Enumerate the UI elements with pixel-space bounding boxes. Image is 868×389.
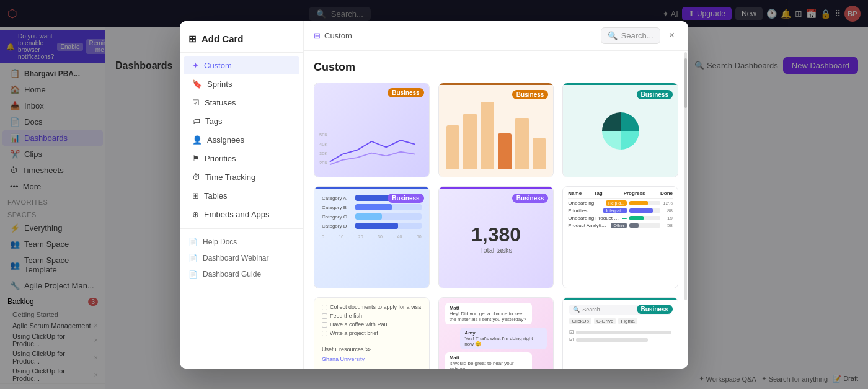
nav-custom[interactable]: ✦ Custom [184, 56, 299, 74]
custom-label: Custom [204, 61, 232, 70]
svg-text:40K: 40K [319, 142, 327, 148]
text-line-3: Have a coffee with Paul [330, 321, 388, 328]
battery-row-4: Category D [322, 223, 422, 229]
calc-label: Total tasks [480, 246, 512, 254]
discussion-card[interactable]: Matt Hey! Did you get a chance to see th… [438, 297, 554, 368]
custom-icon: ✦ [192, 61, 199, 70]
app-background: ⬡ 🔍 Search... ✦ AI ⬆ Upgrade New 🕐 🔔 ⊞ 📅… [0, 0, 868, 389]
portfolio-info: Portfolio Categorize and track progress … [563, 288, 678, 288]
bar-chart-preview: Business [439, 83, 554, 177]
nav-sprints[interactable]: 🔖 Sprints [184, 75, 299, 93]
nav-guide[interactable]: 📄 Dashboard Guide [180, 266, 303, 282]
assignees-label: Assignees [207, 135, 244, 145]
chat-msg-3: It would be great to hear your opinion [450, 360, 528, 368]
bar-2 [463, 114, 477, 169]
modal-overlay[interactable]: ⊞ Add Card ✦ Custom 🔖 Sprints ☑ Statuses… [0, 0, 868, 389]
nav-webinar[interactable]: 📄 Dashboard Webinar [180, 250, 303, 266]
useful-resources: Useful resources ≫ [322, 342, 422, 354]
search-card[interactable]: 🔍 Search ClickUp G-Drive Figma [562, 297, 678, 368]
modal-close-button[interactable]: × [665, 29, 678, 42]
modal-search-placeholder: Search... [621, 31, 653, 40]
bar-4 [498, 133, 512, 169]
portfolio-tag-1: Help d... [606, 200, 627, 206]
result-check-1: ☑ [569, 329, 574, 335]
assignees-icon: 👤 [192, 135, 202, 145]
calculation-info: Calculation Calculate sums, averages, an… [439, 288, 554, 288]
battery-axis: 0 10 20 30 40 50 [322, 235, 422, 239]
modal-scrollbar[interactable] [684, 52, 687, 300]
time-tracking-label: Time Tracking [205, 172, 255, 182]
bar-5 [515, 118, 529, 170]
nav-help-docs[interactable]: 📄 Help Docs [180, 234, 303, 250]
result-bar-1 [576, 331, 671, 334]
text-block-preview: Collect documents to apply for a visa Fe… [314, 298, 429, 368]
battery-row-3: Category C [322, 213, 422, 220]
help-docs-icon: 📄 [188, 238, 198, 246]
bar-chart-card[interactable]: Business Bar Chart Custom bar chart with… [438, 83, 554, 178]
modal-search-bar[interactable]: 🔍 Search... [601, 27, 660, 44]
portfolio-tag-2: Integrat... [603, 208, 627, 213]
calculation-badge: Business [512, 194, 548, 203]
chat-msg-1: Hey! Did you get a chance to see the mat… [450, 311, 528, 322]
breadcrumb-icon: ⊞ [314, 31, 321, 40]
nav-statuses[interactable]: ☑ Statuses [184, 94, 299, 112]
pie-chart-info: Pie Chart Custom pie or donut chart with… [563, 177, 678, 177]
search-preview-icon: 🔍 [573, 306, 580, 313]
portfolio-num-2: 88 [663, 208, 673, 213]
checkbox-4 [322, 331, 327, 336]
time-tracking-icon: ⏱ [192, 172, 200, 182]
portfolio-row-3: Onboarding Product Fe... 19 [568, 215, 673, 221]
portfolio-row-4: Product Analytics Reas... Other 58 [568, 223, 673, 228]
nav-priorities[interactable]: ⚑ Priorities [184, 150, 299, 168]
bar-chart-info: Bar Chart Custom bar chart with any data [439, 177, 554, 177]
chat-name-1: Matt [450, 305, 528, 311]
result-bar-2 [576, 338, 647, 342]
modal-header: ⊞ Custom 🔍 Search... × [304, 21, 688, 51]
source-clickup: ClickUp [569, 318, 591, 324]
search-badge: Business [637, 305, 673, 314]
portfolio-tag-4: Other [611, 223, 627, 228]
calculation-preview: 1,380 Total tasks Business [439, 187, 554, 288]
chat-name-2: Amy [464, 330, 542, 336]
bar-3 [480, 102, 494, 169]
nav-tags[interactable]: 🏷 Tags [184, 112, 299, 130]
calculation-card[interactable]: 1,380 Total tasks Business Calculation C… [438, 186, 554, 288]
cards-grid: 50K 40K 30K 20K Business Line [314, 83, 678, 369]
bar-6 [533, 138, 546, 170]
portfolio-card[interactable]: Name Tag Progress Done Onboarding Help d… [562, 186, 678, 288]
guide-label: Dashboard Guide [203, 270, 261, 279]
pie-chart-svg [593, 106, 649, 156]
portfolio-header: Name Tag Progress Done [568, 190, 673, 199]
nav-tables[interactable]: ⊞ Tables [184, 187, 299, 205]
portfolio-row-1: Onboarding Help d... 12% [568, 200, 673, 206]
calc-number: 1,380 [471, 223, 521, 246]
modal-content: Custom 50K 40K 30K 20K [304, 51, 688, 369]
modal-section-title: Custom [314, 61, 678, 74]
col-done: Done [660, 190, 673, 196]
add-card-modal: ⊞ Add Card ✦ Custom 🔖 Sprints ☑ Statuses… [180, 21, 688, 369]
portfolio-row-3-label: Onboarding Product Fe... [568, 215, 619, 221]
nav-assignees[interactable]: 👤 Assignees [184, 131, 299, 149]
text-link[interactable]: Ghana University [322, 356, 422, 362]
useful-resources-label: Useful resources ≫ [322, 346, 371, 352]
nav-embeds[interactable]: ⊕ Embeds and Apps [184, 205, 299, 223]
nav-time-tracking[interactable]: ⏱ Time Tracking [184, 168, 299, 186]
search-sources: ClickUp G-Drive Figma [569, 318, 671, 324]
line-chart-badge: Business [388, 88, 423, 97]
modal-sidebar: ⊞ Add Card ✦ Custom 🔖 Sprints ☑ Statuses… [180, 21, 304, 369]
help-docs-label: Help Docs [203, 238, 237, 246]
line-chart-card[interactable]: 50K 40K 30K 20K Business Line [314, 83, 430, 178]
breadcrumb-text: Custom [324, 31, 352, 40]
pie-chart-card[interactable]: Business Pie Chart Custom pie or donut c… [562, 83, 678, 178]
line-chart-info: Line Chart Custom line chart with any da… [314, 177, 429, 177]
chat-msg-2: Yes! That's what I'm doing right now 😊 [464, 336, 542, 347]
battery-label-2: Category B [322, 205, 353, 210]
priorities-label: Priorities [205, 154, 236, 163]
sprints-icon: 🔖 [192, 79, 202, 89]
text-block-card[interactable]: Collect documents to apply for a visa Fe… [314, 297, 430, 368]
battery-chart-card[interactable]: Category A Category B Category C [314, 186, 430, 288]
search-bar-text: Search [582, 306, 600, 313]
scrollbar-thumb [684, 58, 687, 108]
portfolio-preview: Name Tag Progress Done Onboarding Help d… [563, 187, 678, 288]
svg-text:50K: 50K [319, 133, 327, 138]
